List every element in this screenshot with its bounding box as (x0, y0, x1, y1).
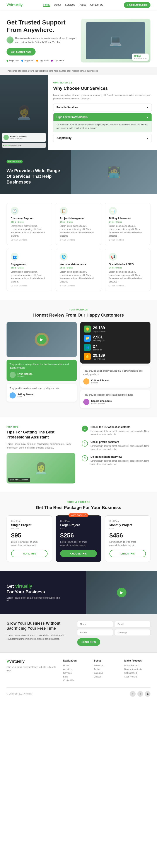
footer-nav-blog[interactable]: Blog (63, 676, 89, 678)
nav-services[interactable]: Services (65, 3, 75, 7)
service-members-5: 9 Team Members (109, 285, 146, 287)
cta-section: ▶ Get VirtuellyFor Your Business Lorem i… (0, 571, 157, 614)
hero-description: Remote Assistance and work-at-home is al… (6, 36, 76, 44)
social-icon-twitter[interactable]: t (138, 691, 143, 697)
footer-bottom: © Copyright 2023 Virtuelly f t in (6, 687, 151, 697)
pricing-desc-2: Lorem ipsum dolor sit amet, consectetur … (110, 540, 146, 547)
service-icon-2: 📊 (109, 207, 117, 215)
testimonial-author-0: Ryan Hassan Manager (10, 372, 74, 378)
tips-image: 👩‍💼 Best Virtual Assistant (6, 453, 75, 484)
testimonial-avatar-3 (83, 399, 89, 405)
accordion-arrow-0: ▼ (146, 106, 149, 109)
pricing-price-1: $256 (60, 532, 96, 539)
service-meta-0: 24 hrs • Online (11, 221, 48, 223)
footer-nav-home[interactable]: Home (63, 664, 89, 667)
nav-phone[interactable]: + 1-800-1234-0000 (124, 2, 151, 8)
footer-copyright: © Copyright 2023 Virtuelly (6, 692, 32, 695)
service-title-3: Engagement (11, 263, 48, 266)
tips-badge: Best Virtual Assistant (8, 478, 30, 482)
contact-message-input[interactable] (115, 629, 151, 636)
pricing-name-1: Large Project (60, 523, 96, 527)
footer-social-twitter[interactable]: Twitter (94, 668, 120, 671)
nav-about[interactable]: About (54, 3, 61, 7)
testimonial-avatar-1 (10, 392, 16, 399)
hero-availability: Available Now (134, 57, 147, 59)
footer-col-title-2: Make Process (124, 659, 151, 662)
pricing-label-1: Best Plan (60, 520, 96, 522)
service-icon-0: 🕐 (11, 207, 18, 215)
testimonial-avatar-0 (10, 372, 16, 378)
testimonials-section: TESTIMONIALS Honest Review From Our Happ… (0, 300, 157, 417)
play-button-overlay: ▶ (6, 322, 77, 357)
footer-nav-contact[interactable]: Contact Us (63, 679, 89, 682)
pricing-btn-2[interactable]: ENTER THIS (110, 550, 146, 557)
hero-online-status: Online (134, 55, 147, 57)
pricing-price-0: $95 (11, 532, 47, 539)
why-badge-online: ● Online (3, 145, 10, 146)
accordion-header-0[interactable]: Reliable Services ▼ (53, 104, 152, 111)
pricing-badge-1: MOST POPULAR (69, 514, 88, 517)
why-person-name: Rebecca Williams (10, 135, 27, 137)
accordion-item-1: High Level Professionals ▲ Lorem ipsum d… (53, 113, 152, 132)
testimonial-role-1: CEO (17, 396, 34, 398)
stat-icon-3: ⭐ (84, 353, 91, 360)
why-person-role: Virtual Assistant (10, 137, 27, 140)
stat-icon-1: 📁 (84, 335, 91, 342)
service-card-5: 📢 Social Media & SEO 24 hrs • Online Lor… (105, 249, 151, 291)
footer-social-icons: f t in (130, 691, 151, 697)
why-avatar (3, 135, 9, 140)
play-button[interactable]: ▶ (37, 335, 46, 344)
service-title-2: Billing & Invoices (109, 217, 146, 220)
pricing-sub-2: 5456 (110, 528, 146, 530)
contact-section: Grow Your Business Without Sacrificing Y… (0, 614, 157, 652)
trusted-bar: Thousands of people around the world use… (0, 67, 157, 75)
service-title-4: Website Maintenance (60, 263, 97, 266)
service-desc-0: Lorem ipsum dolor sit amet, consectetur … (11, 224, 48, 238)
nav-home[interactable]: Home (43, 3, 50, 7)
testimonial-name-3: Sandra Chambers (91, 400, 112, 402)
footer-process-4[interactable]: Start Working (124, 676, 151, 678)
footer-nav-about[interactable]: About Us (63, 668, 89, 671)
footer-social-linkedin[interactable]: LinkedIn (94, 676, 120, 678)
pricing-btn-1[interactable]: CHOOSE THIS (60, 550, 96, 557)
tip-item-0: 1 Check the list of best assistants Lore… (82, 426, 151, 436)
footer-process-2[interactable]: Browse Assistants (124, 668, 151, 671)
contact-name-input[interactable] (77, 621, 113, 627)
footer-process-1[interactable]: Post a Request (124, 664, 151, 667)
social-icon-instagram[interactable]: in (145, 691, 151, 697)
service-card-2: 📊 Billing & Invoices 24 hrs • Online Lor… (105, 203, 151, 245)
pricing-card-0: Best Plan Single Project $45 / mo $95 Lo… (6, 516, 52, 562)
accordion-label-1: High Level Professionals (56, 116, 88, 119)
testimonials-hero-image: 😊 ▶ (6, 322, 77, 357)
nav-contact[interactable]: Contact Us (90, 3, 103, 7)
pricing-sub-1: 8256 (60, 528, 96, 530)
tips-left: PRO TIPS Tips For Getting The Best Profe… (6, 426, 75, 484)
why-right-panel: OUR SERVICES Why Choose Our Services Lor… (48, 75, 157, 150)
contact-phone-input[interactable] (77, 629, 113, 636)
why-title: Why Choose Our Services (53, 86, 152, 91)
tips-title: Tips For Getting The Best Professional A… (6, 430, 75, 440)
hero-cta-button[interactable]: Get Started Now (6, 48, 36, 56)
footer-social-instagram[interactable]: Instagram (94, 672, 120, 674)
nav-pages[interactable]: Pages (79, 3, 86, 7)
contact-send-button[interactable]: SEND NOW (77, 639, 100, 646)
accordion-header-2[interactable]: Adaptability ▼ (53, 134, 152, 142)
why-online-badge: ● Online Available Now (2, 143, 46, 148)
stat-num-1: 2,981 (93, 335, 105, 340)
footer-nav-services[interactable]: Services (63, 672, 89, 674)
footer-process-3[interactable]: Get Matched (124, 672, 151, 674)
hero-title: Get Trusted Support From Anywhere. (6, 19, 76, 33)
testimonial-author-2: Colton Johnson Director (83, 378, 147, 384)
cta-play-button[interactable]: ▶ (117, 588, 126, 597)
stat-row-2: 👥 27 Team Size (84, 344, 147, 351)
footer-social-facebook[interactable]: Facebook (94, 664, 120, 667)
contact-email-input[interactable] (115, 621, 151, 627)
pricing-name-2: Monthly Project (110, 523, 146, 527)
stat-label-3: Happy Clients (93, 358, 105, 360)
pricing-btn-0[interactable]: MORE THIS (11, 550, 47, 557)
testimonial-text-1: They provide excellent service and quali… (10, 387, 74, 390)
accordion-item-2: Adaptability ▼ (53, 134, 152, 142)
cta-image-area: ▶ (86, 571, 157, 614)
accordion-header-1[interactable]: High Level Professionals ▲ (53, 114, 152, 121)
social-icon-facebook[interactable]: f (130, 691, 135, 697)
